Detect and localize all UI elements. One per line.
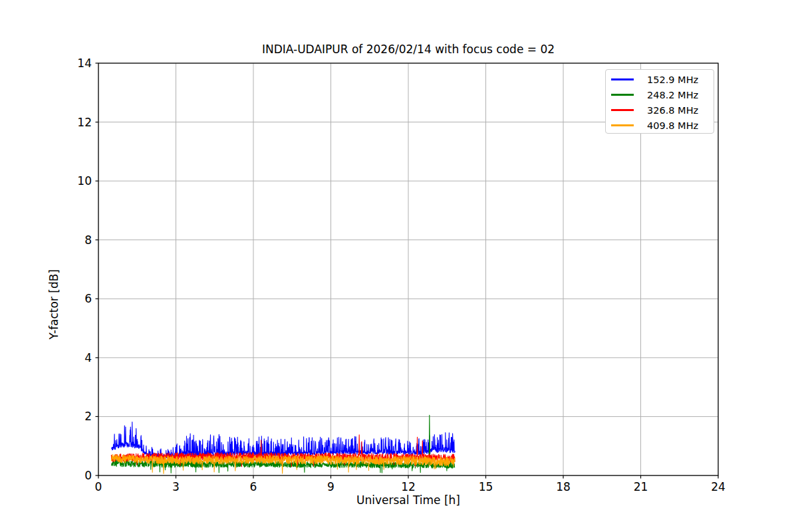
- y-tick-label: 4: [52, 350, 92, 366]
- series-line-409-8-mhz: [111, 454, 455, 473]
- legend-line-swatch: [611, 94, 634, 96]
- y-tick-label: 10: [52, 173, 92, 189]
- legend-item: 152.9 MHz: [606, 72, 714, 87]
- x-axis-label: Universal Time [h]: [98, 493, 718, 507]
- series-line-152-9-mhz: [111, 422, 455, 459]
- y-tick-label: 6: [52, 291, 92, 307]
- legend-item: 409.8 MHz: [606, 118, 714, 133]
- x-tick-label: 12: [388, 479, 428, 495]
- x-tick-label: 18: [543, 479, 583, 495]
- legend-item: 326.8 MHz: [606, 102, 714, 118]
- series-group: [111, 415, 455, 473]
- y-tick-label: 0: [52, 467, 92, 483]
- legend-line-swatch: [611, 109, 634, 111]
- x-tick-label: 15: [466, 479, 506, 495]
- x-tick-label: 6: [233, 479, 273, 495]
- x-tick-label: 24: [698, 479, 738, 495]
- legend-item: 248.2 MHz: [606, 87, 714, 102]
- y-tick-label: 14: [52, 55, 92, 71]
- y-tick-label: 2: [52, 408, 92, 424]
- x-tick-label: 21: [621, 479, 661, 495]
- legend-line-swatch: [611, 78, 634, 80]
- legend-line-swatch: [611, 124, 634, 126]
- figure: INDIA-UDAIPUR of 2026/02/14 with focus c…: [0, 0, 798, 532]
- y-tick-label: 8: [52, 232, 92, 248]
- legend-label: 152.9 MHz: [647, 74, 698, 85]
- legend: 152.9 MHz 248.2 MHz 326.8 MHz 409.8 MHz: [605, 69, 714, 134]
- y-tick-label: 12: [52, 114, 92, 130]
- chart-title: INDIA-UDAIPUR of 2026/02/14 with focus c…: [98, 43, 718, 56]
- x-tick-label: 3: [156, 479, 196, 495]
- legend-label: 326.8 MHz: [647, 105, 698, 116]
- legend-label: 409.8 MHz: [647, 120, 698, 131]
- legend-label: 248.2 MHz: [647, 90, 698, 100]
- x-tick-label: 9: [311, 479, 351, 495]
